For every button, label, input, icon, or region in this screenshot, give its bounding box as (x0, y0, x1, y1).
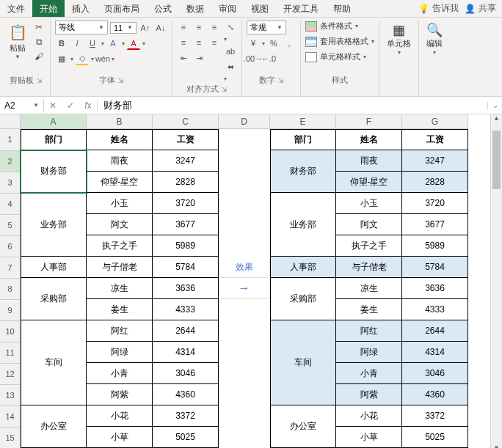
tab-页面布局[interactable]: 页面布局 (97, 0, 147, 17)
row-header-7[interactable]: 7 (0, 257, 21, 279)
salary-left[interactable]: 3677 (153, 214, 219, 235)
tab-视图[interactable]: 视图 (244, 0, 276, 17)
name-box[interactable]: A2▼ (0, 99, 44, 112)
salary-left[interactable]: 5989 (153, 235, 219, 257)
name-right[interactable]: 姜生 (336, 299, 402, 320)
cut-icon[interactable]: ✂ (32, 21, 46, 34)
dept-left-1[interactable]: 业务部 (21, 193, 87, 257)
header-right-2[interactable]: 工资 (402, 129, 468, 150)
salary-right[interactable]: 5784 (402, 257, 468, 278)
number-format-select[interactable]: 常规▼ (247, 21, 286, 34)
share-button[interactable]: 👤 共享 (465, 2, 496, 15)
tab-帮助[interactable]: 帮助 (326, 0, 358, 17)
name-right[interactable]: 阿红 (336, 320, 402, 342)
salary-right[interactable]: 3636 (402, 278, 468, 299)
row-header-12[interactable]: 12 (0, 364, 21, 385)
font-color-super-icon[interactable]: A (106, 37, 120, 50)
salary-right[interactable]: 5025 (402, 427, 468, 448)
salary-right[interactable]: 3720 (402, 193, 468, 214)
phonetic-icon[interactable]: wén (96, 52, 109, 65)
align-top-icon[interactable]: ≡ (177, 21, 190, 34)
tab-开始[interactable]: 开始 (32, 0, 65, 17)
italic-icon[interactable]: I (70, 37, 84, 50)
salary-left[interactable]: 5784 (153, 257, 219, 278)
indent-inc-icon[interactable]: ⇥ (192, 51, 205, 65)
col-header-E[interactable]: E (270, 114, 336, 129)
col-header-G[interactable]: G (402, 114, 468, 129)
dept-right-2[interactable]: 人事部 (270, 257, 336, 278)
expand-formula-icon[interactable]: ⌄ (487, 101, 502, 109)
comma-icon[interactable]: , (283, 37, 296, 50)
inc-decimal-icon[interactable]: .00→ (247, 52, 260, 65)
salary-left[interactable]: 3046 (153, 363, 219, 384)
spreadsheet-grid[interactable]: ABCDEFG 123456789101112131415 部门姓名工资部门姓名… (0, 114, 502, 448)
copy-icon[interactable]: ⧉ (32, 35, 46, 48)
fx-icon[interactable]: fx (79, 100, 97, 111)
name-right[interactable]: 仰望-星空 (336, 172, 402, 193)
name-right[interactable]: 雨夜 (336, 150, 402, 172)
name-right[interactable]: 小花 (336, 405, 402, 427)
row-header-2[interactable]: 2 (0, 151, 21, 172)
col-header-A[interactable]: A (21, 114, 87, 129)
percent-icon[interactable]: % (267, 37, 280, 50)
name-left[interactable]: 小玉 (87, 193, 153, 214)
dept-left-5[interactable]: 办公室 (21, 405, 87, 448)
align-left-icon[interactable]: ≡ (177, 36, 190, 49)
bold-icon[interactable]: B (55, 37, 68, 50)
name-right[interactable]: 小青 (336, 363, 402, 384)
currency-icon[interactable]: ¥ (247, 37, 260, 50)
header-left-2[interactable]: 工资 (153, 129, 219, 150)
indent-dec-icon[interactable]: ⇤ (177, 51, 190, 65)
formula-input[interactable]: 财务部 (98, 98, 487, 114)
format-painter-icon[interactable]: 🖌 (32, 50, 46, 63)
row-header-5[interactable]: 5 (0, 215, 21, 236)
header-right-0[interactable]: 部门 (270, 129, 336, 150)
tell-me[interactable]: 💡 告诉我 (418, 2, 459, 15)
name-left[interactable]: 姜生 (87, 299, 153, 320)
salary-left[interactable]: 4360 (153, 384, 219, 405)
row-header-6[interactable]: 6 (0, 236, 21, 257)
vertical-scrollbar[interactable]: ▲ ▼ (490, 114, 502, 448)
salary-left[interactable]: 2644 (153, 320, 219, 342)
cell-styles[interactable]: 单元格样式▾ (305, 51, 374, 62)
name-left[interactable]: 雨夜 (87, 150, 153, 172)
name-left[interactable]: 小草 (87, 427, 153, 448)
row-header-9[interactable]: 9 (0, 300, 21, 321)
header-left-0[interactable]: 部门 (21, 129, 87, 150)
scroll-up-icon[interactable]: ▲ (491, 114, 502, 126)
align-center-icon[interactable]: ≡ (192, 36, 205, 49)
cells-button[interactable]: ▦ 单元格 ▾ (384, 21, 414, 57)
scroll-thumb[interactable] (492, 131, 501, 189)
align-middle-icon[interactable]: ≡ (192, 21, 205, 34)
col-header-B[interactable]: B (87, 114, 153, 129)
name-left[interactable]: 与子偕老 (87, 257, 153, 278)
paste-button[interactable]: 📋 粘贴 ▼ (6, 21, 29, 62)
cancel-icon[interactable]: ✕ (44, 100, 62, 111)
name-left[interactable]: 凉生 (87, 278, 153, 299)
dept-left-4[interactable]: 车间 (21, 320, 87, 405)
salary-right[interactable]: 2644 (402, 320, 468, 342)
tab-文件[interactable]: 文件 (0, 0, 32, 17)
name-left[interactable]: 仰望-星空 (87, 172, 153, 193)
name-right[interactable]: 小玉 (336, 193, 402, 214)
font-name-select[interactable]: 等线▼ (55, 21, 108, 34)
row-header-8[interactable]: 8 (0, 279, 21, 300)
font-size-select[interactable]: 11▼ (110, 22, 137, 34)
fill-color-icon[interactable]: ◇ (76, 52, 89, 65)
name-right[interactable]: 与子偕老 (336, 257, 402, 278)
row-header-13[interactable]: 13 (0, 385, 21, 406)
name-left[interactable]: 执子之手 (87, 235, 153, 257)
salary-left[interactable]: 3372 (153, 405, 219, 427)
dept-right-5[interactable]: 办公室 (270, 405, 336, 448)
scroll-down-icon[interactable]: ▼ (491, 444, 502, 448)
increase-font-icon[interactable]: A↑ (139, 21, 152, 34)
dept-right-0[interactable]: 财务部 (270, 150, 336, 193)
name-left[interactable]: 小花 (87, 405, 153, 427)
salary-right[interactable]: 5989 (402, 235, 468, 257)
col-header-F[interactable]: F (336, 114, 402, 129)
name-right[interactable]: 阿文 (336, 214, 402, 235)
header-right-1[interactable]: 姓名 (336, 129, 402, 150)
salary-right[interactable]: 4333 (402, 299, 468, 320)
salary-left[interactable]: 3247 (153, 150, 219, 172)
tab-开发工具[interactable]: 开发工具 (276, 0, 326, 17)
